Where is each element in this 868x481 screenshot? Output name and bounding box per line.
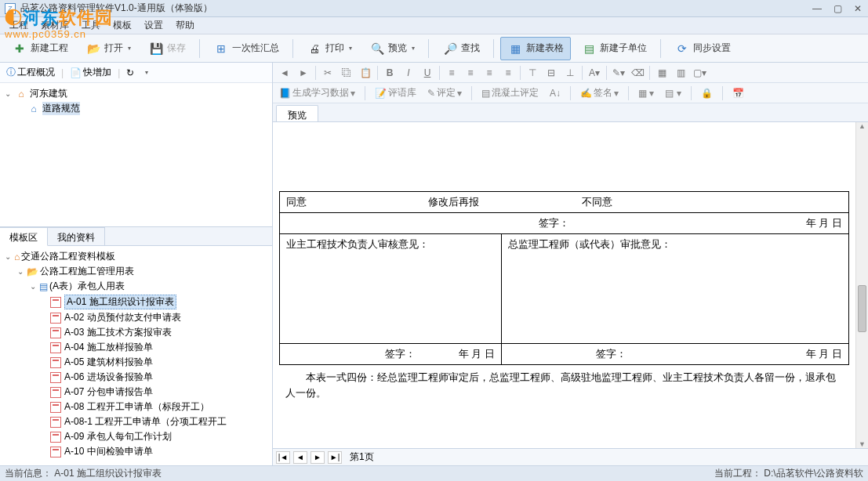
gen-data-button[interactable]: 📘 生成学习数据 ▾ xyxy=(276,86,358,99)
more-button[interactable]: ▾ xyxy=(140,67,151,78)
chevron-down-icon: ▾ xyxy=(412,45,415,52)
scroll-thumb[interactable] xyxy=(858,285,866,332)
find-button[interactable]: 🔎 查找 xyxy=(435,37,487,60)
preview-button[interactable]: 🔍 预览▾ xyxy=(362,37,422,60)
tpl-root[interactable]: ⌄ ⌂ 交通公路工程资料模板 xyxy=(3,249,269,264)
maximize-button[interactable]: ▢ xyxy=(832,3,843,14)
quick-add-button[interactable]: 📄 快增加 xyxy=(67,64,114,81)
undo-button[interactable]: ◄ xyxy=(276,65,293,81)
house-icon: ⌂ xyxy=(14,251,20,262)
doc-table: 同意 修改后再报 不同意 签字： 年 月 日 业主工程技术负责人审核意见： 总监… xyxy=(279,191,849,365)
tpl-item[interactable]: A-09 承包人每旬工作计划 xyxy=(3,429,269,444)
new-table-button[interactable]: ▦ 新建表格 xyxy=(500,37,571,60)
calendar-button[interactable]: 📅 xyxy=(729,88,747,99)
prev-page-button[interactable]: ◄ xyxy=(293,451,307,464)
collapse-icon[interactable]: ⌄ xyxy=(3,89,13,98)
sign-button[interactable]: ✍ 签名 ▾ xyxy=(577,86,622,99)
last-page-button[interactable]: ►| xyxy=(328,451,342,464)
menu-help[interactable]: 帮助 xyxy=(169,17,201,34)
italic-button[interactable]: I xyxy=(400,65,417,81)
summary-button[interactable]: ⊞ 一次性汇总 xyxy=(206,37,286,60)
align-justify-button[interactable]: ≡ xyxy=(499,65,517,81)
lock-button[interactable]: 🔒 xyxy=(698,88,716,99)
revise-label: 修改后再报 xyxy=(422,192,502,213)
align-right-button[interactable]: ≡ xyxy=(481,65,498,81)
tpl-item[interactable]: A-04 施工放样报验单 xyxy=(3,340,269,355)
tpl-group[interactable]: ⌄ ▤ (A表）承包人用表 xyxy=(3,279,269,294)
comment-lib-button[interactable]: 📝 评语库 xyxy=(372,86,419,99)
collapse-icon[interactable]: ⌄ xyxy=(28,282,38,291)
menu-tools[interactable]: 工具 xyxy=(75,17,107,34)
copy-button[interactable]: ⿻ xyxy=(338,65,355,81)
new-table-icon: ▦ xyxy=(507,41,523,56)
page-navigation: |◄ ◄ ► ►| 第1页 xyxy=(273,448,868,465)
doc-icon xyxy=(50,357,61,368)
cut-button[interactable]: ✂ xyxy=(319,65,336,81)
tpl-folder[interactable]: ⌄ 📂 公路工程施工管理用表 xyxy=(3,264,269,279)
refresh-button[interactable]: ↻ xyxy=(123,66,137,80)
first-page-button[interactable]: |◄ xyxy=(276,451,290,464)
collapse-icon[interactable]: ⌄ xyxy=(16,267,25,276)
next-page-button[interactable]: ► xyxy=(311,451,325,464)
bold-button[interactable]: B xyxy=(381,65,398,81)
minimize-button[interactable]: — xyxy=(812,3,823,14)
tpl-item[interactable]: A-02 动员预付款支付申请表 xyxy=(3,310,269,325)
redo-button[interactable]: ► xyxy=(295,65,312,81)
align-center-button[interactable]: ≡ xyxy=(462,65,479,81)
save-button[interactable]: 💾 保存 xyxy=(141,37,193,60)
sync-settings-button[interactable]: ⟳ 同步设置 xyxy=(667,37,738,60)
paste-button[interactable]: 📋 xyxy=(357,65,374,81)
tpl-item[interactable]: A-08-1 工程开工申请单（分项工程开工 xyxy=(3,414,269,429)
left-tab-bar: 模板区 我的资料 xyxy=(0,227,272,246)
new-project-button[interactable]: ✚ 新建工程 xyxy=(5,37,75,60)
title-bar: Z 品茗公路资料管理软件V1.0-通用版（体验版） — ▢ ✕ xyxy=(0,0,868,17)
tpl-item[interactable]: A-06 进场设备报验单 xyxy=(3,370,269,385)
menu-project[interactable]: 工程 xyxy=(3,17,35,34)
template-tree: ⌄ ⌂ 交通公路工程资料模板 ⌄ 📂 公路工程施工管理用表 ⌄ ▤ (A表）承包… xyxy=(0,246,272,465)
open-button[interactable]: 📂 打开▾ xyxy=(78,37,138,60)
tab-templates[interactable]: 模板区 xyxy=(0,227,48,246)
print-button[interactable]: 🖨 打印▾ xyxy=(300,37,359,60)
menu-templates[interactable]: 模板 xyxy=(107,17,138,34)
status-right-value: D:\品茗软件\公路资料软 xyxy=(764,468,863,479)
valign-bottom-button[interactable]: ⊥ xyxy=(561,65,579,81)
vertical-scrollbar[interactable] xyxy=(855,122,868,448)
house-icon: ⌂ xyxy=(27,103,40,114)
tpl-item[interactable]: A-03 施工技术方案报审表 xyxy=(3,325,269,340)
status-left-label: 当前信息： xyxy=(5,468,52,479)
tab-preview[interactable]: 预览 xyxy=(276,105,318,121)
menu-materials[interactable]: 素材库 xyxy=(35,17,75,34)
group-icon: ▤ xyxy=(39,281,48,292)
menu-settings[interactable]: 设置 xyxy=(138,17,169,34)
split-button[interactable]: ▥ xyxy=(672,65,689,81)
concrete-button[interactable]: ▤ 混凝土评定 xyxy=(478,86,542,99)
tpl-item[interactable]: A-01 施工组织设计报审表 xyxy=(3,294,269,310)
brush-button[interactable]: ✎▾ xyxy=(610,65,627,81)
close-button[interactable]: ✕ xyxy=(852,3,863,14)
align-left-button[interactable]: ≡ xyxy=(443,65,460,81)
tpl-item[interactable]: A-10 中间检验申请单 xyxy=(3,444,269,459)
tree-root[interactable]: ⌄ ⌂ 河东建筑 xyxy=(3,86,269,101)
tab-my-docs[interactable]: 我的资料 xyxy=(48,227,105,245)
cell-button[interactable]: ▢▾ xyxy=(691,65,708,81)
collapse-icon[interactable]: ⌄ xyxy=(3,252,13,261)
valign-top-button[interactable]: ⊤ xyxy=(524,65,541,81)
tpl-item[interactable]: A-07 分包申请报告单 xyxy=(3,385,269,400)
overview-button[interactable]: ⓘ 工程概况 xyxy=(3,64,58,81)
tree-child[interactable]: ⌂ 道路规范 xyxy=(3,101,269,116)
date-label: 年 月 日 xyxy=(806,217,842,229)
merge-button[interactable]: ▦ xyxy=(653,65,670,81)
valign-middle-button[interactable]: ⊟ xyxy=(543,65,560,81)
underline-button[interactable]: U xyxy=(419,65,436,81)
sort-button[interactable]: A↓ xyxy=(547,88,564,99)
new-subunit-button[interactable]: ▤ 新建子单位 xyxy=(574,37,654,60)
document-preview[interactable]: 同意 修改后再报 不同意 签字： 年 月 日 业主工程技术负责人审核意见： 总监… xyxy=(273,122,855,448)
tpl-item[interactable]: A-08 工程开工申请单（标段开工） xyxy=(3,400,269,414)
layout-button[interactable]: ▤ ▾ xyxy=(662,88,684,99)
assess-button[interactable]: ✎ 评定 ▾ xyxy=(424,86,465,99)
tpl-item[interactable]: A-05 建筑材料报验单 xyxy=(3,355,269,370)
grid-button[interactable]: ▦ ▾ xyxy=(635,88,657,99)
eraser-button[interactable]: ⌫ xyxy=(629,65,646,81)
font-color-button[interactable]: A▾ xyxy=(586,65,603,81)
save-icon: 💾 xyxy=(148,41,164,56)
